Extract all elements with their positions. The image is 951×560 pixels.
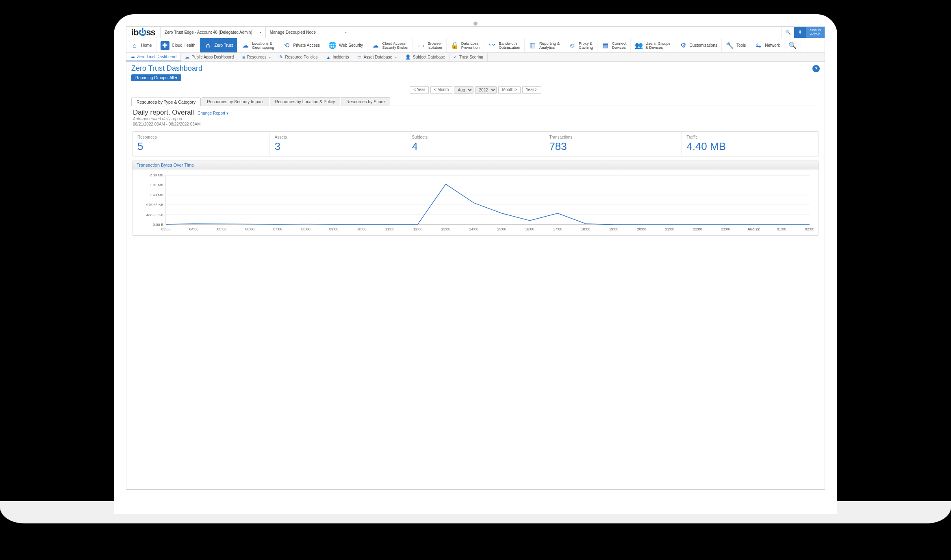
- logo-pre: ib: [131, 27, 139, 38]
- svg-text:17:00: 17:00: [553, 227, 562, 231]
- user-role: Admin: [810, 33, 821, 37]
- nav-label: Reporting &Analytics: [539, 41, 560, 50]
- stat-card: Transactions783: [544, 132, 682, 156]
- download-button[interactable]: ⬇: [794, 27, 806, 38]
- chevron-down-icon: ▾: [345, 30, 347, 34]
- nav-zero-trust[interactable]: ⋔Zero Trust: [200, 38, 238, 52]
- account-dropdown-label: Zero Trust Edge - Account 48 (Delegated …: [165, 30, 252, 35]
- nav-more[interactable]: 🔍: [784, 38, 801, 52]
- nav-label: Cloud Health: [172, 43, 195, 48]
- nav-users[interactable]: 👥Users, Groups& Devices: [631, 38, 675, 52]
- nav-locations[interactable]: ☁Locations &Geomapping: [237, 38, 278, 52]
- year-select[interactable]: 2022: [475, 86, 497, 94]
- sub-nav: ☁Zero Trust Dashboard☁Public Apps Dashbo…: [126, 53, 825, 62]
- content-tabs: Resources by Type & CategoryResources by…: [131, 97, 820, 106]
- help-icon[interactable]: ?: [812, 65, 820, 72]
- connect-dev-icon: ▤: [601, 41, 610, 49]
- tools-icon: 🔧: [726, 41, 734, 49]
- svg-text:20:00: 20:00: [637, 227, 647, 231]
- account-dropdown[interactable]: Zero Trust Edge - Account 48 (Delegated …: [160, 27, 265, 38]
- nav-home[interactable]: ⌂Home: [126, 38, 156, 52]
- nav-label: Cloud AccessSecurity Broker: [382, 41, 408, 50]
- report-title: Daily report, Overall: [133, 109, 194, 116]
- nav-browser-iso[interactable]: ▭BrowserIsolation: [413, 38, 446, 52]
- nav-proxy[interactable]: ⎋Proxy &Caching: [564, 38, 597, 52]
- stat-cards: Resources5Assets3Subjects4Transactions78…: [132, 131, 819, 156]
- chevron-down-icon: ▾: [260, 30, 261, 34]
- svg-text:488.28 KB: 488.28 KB: [146, 213, 163, 217]
- subject-db-icon: 👤: [405, 54, 411, 60]
- stat-label: Resources: [137, 135, 265, 139]
- nav-label: Users, Groups& Devices: [645, 41, 670, 50]
- node-dropdown[interactable]: Manage Decoupled Node ▾: [265, 27, 351, 38]
- subnav-resources[interactable]: ≡Resources: [238, 53, 275, 61]
- change-report-link[interactable]: Change Report ▾: [198, 111, 228, 115]
- incidents-icon: ▲: [326, 55, 331, 60]
- nav-network[interactable]: ⇆Network: [750, 38, 784, 52]
- subnav-label: Subject Database: [413, 55, 445, 59]
- node-dropdown-label: Manage Decoupled Node: [270, 30, 316, 35]
- nav-cloud-health[interactable]: ✚Cloud Health: [156, 38, 200, 52]
- nav-customizations[interactable]: ⚙Customizations: [675, 38, 722, 52]
- prev-year-button[interactable]: < Year: [410, 86, 429, 94]
- nav-private-access[interactable]: ⟲Private Access: [278, 38, 324, 52]
- stat-value: 4: [412, 140, 539, 153]
- reporting-groups-filter[interactable]: Reporting Groups: All ▾: [131, 74, 181, 81]
- subnav-label: Zero Trust Dashboard: [137, 54, 176, 59]
- svg-text:22:00: 22:00: [693, 227, 702, 231]
- camera-dot: [473, 22, 478, 26]
- page-title: Zero Trust Dashboard: [131, 64, 202, 73]
- nav-casb[interactable]: ☁Cloud AccessSecurity Broker: [367, 38, 413, 52]
- subnav-incidents[interactable]: ▲Incidents: [322, 53, 354, 61]
- svg-text:12:00: 12:00: [413, 227, 423, 231]
- subnav-res-policies[interactable]: ✎Resource Policies: [275, 53, 322, 61]
- svg-text:19:00: 19:00: [609, 227, 619, 231]
- nav-connect-dev[interactable]: ▤ConnectDevices: [597, 38, 631, 52]
- subnav-zt-dash[interactable]: ☁Zero Trust Dashboard: [126, 53, 181, 61]
- zt-dash-icon: ☁: [130, 54, 135, 59]
- tab-loc-policy[interactable]: Resources by Location & Policy: [270, 97, 341, 106]
- locations-icon: ☁: [241, 41, 250, 49]
- next-month-button[interactable]: Month >: [498, 86, 520, 94]
- nav-label: BrowserIsolation: [428, 41, 442, 50]
- stat-card: Assets3: [270, 132, 407, 156]
- stat-label: Transactions: [549, 135, 676, 139]
- nav-label: Customizations: [690, 43, 717, 48]
- subnav-trust-score[interactable]: ✓Trust Scoring: [449, 53, 488, 61]
- tab-score[interactable]: Resources by Score: [341, 97, 390, 106]
- nav-dlp[interactable]: 🔒Data LossPrevention: [447, 38, 484, 52]
- stat-value: 783: [549, 140, 676, 153]
- month-select[interactable]: Aug: [454, 86, 473, 94]
- nav-tools[interactable]: 🔧Tools: [722, 38, 750, 52]
- nav-label: Tools: [736, 43, 746, 48]
- nav-reporting[interactable]: ▥Reporting &Analytics: [525, 38, 564, 52]
- chart-title: Transaction Bytes Over Time: [132, 161, 819, 169]
- nav-label: Home: [141, 43, 152, 48]
- users-icon: 👥: [635, 41, 643, 49]
- resources-icon: ≡: [242, 55, 245, 60]
- nav-label: Proxy &Caching: [579, 41, 593, 50]
- svg-text:16:00: 16:00: [525, 227, 534, 231]
- tab-type-cat[interactable]: Resources by Type & Category: [131, 98, 201, 106]
- subnav-subject-db[interactable]: 👤Subject Database: [401, 53, 449, 61]
- next-year-button[interactable]: Year >: [522, 86, 541, 94]
- stat-label: Assets: [275, 135, 402, 139]
- user-badge[interactable]: Mosun Admin: [806, 27, 825, 38]
- customizations-icon: ⚙: [679, 41, 687, 49]
- nav-web-security[interactable]: 🌐Web Security: [324, 38, 367, 52]
- subnav-label: Trust Scoring: [459, 55, 483, 59]
- power-icon: ⏻: [139, 28, 146, 37]
- nav-bandwidth[interactable]: 〰BandwidthOptimization: [484, 38, 525, 52]
- svg-text:06:00: 06:00: [245, 227, 254, 231]
- tab-sec-impact[interactable]: Resources by Security Impact: [202, 97, 269, 106]
- logo: ib⏻ss: [126, 27, 160, 38]
- svg-text:1.91 MB: 1.91 MB: [150, 183, 164, 187]
- svg-text:15:00: 15:00: [497, 227, 506, 231]
- svg-text:976.56 KB: 976.56 KB: [146, 203, 163, 207]
- subnav-pub-apps[interactable]: ☁Public Apps Dashboard: [181, 53, 238, 61]
- browser-iso-icon: ▭: [417, 41, 425, 49]
- search-icon[interactable]: 🔍: [782, 27, 794, 38]
- prev-month-button[interactable]: < Month: [430, 86, 452, 94]
- subnav-asset-db[interactable]: ▭Asset Database: [353, 53, 401, 61]
- svg-text:18:00: 18:00: [581, 227, 591, 231]
